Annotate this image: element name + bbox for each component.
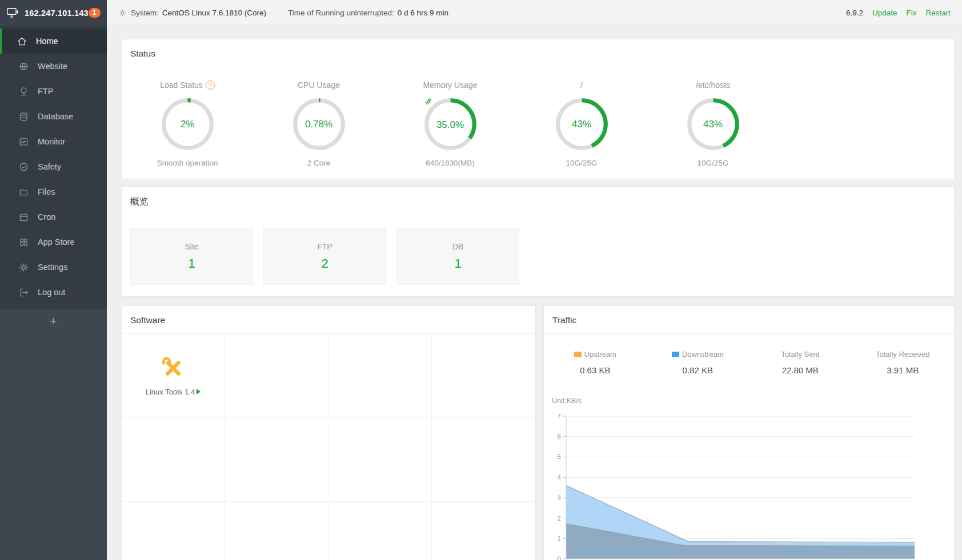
status-item-detail: 10G/25G xyxy=(516,159,647,167)
software-empty-cell xyxy=(328,334,432,418)
system-value: CentOS Linux 7.6.1810 (Core) xyxy=(162,9,266,17)
update-link[interactable]: Update xyxy=(872,9,897,17)
sidebar-item-safety[interactable]: Safety xyxy=(0,154,107,179)
chart-unit-label: Unit:KB/s xyxy=(552,397,947,405)
status-item-detail: 2 Core xyxy=(253,159,384,167)
running-play-icon xyxy=(197,389,201,394)
sidebar-item-label: FTP xyxy=(38,87,53,96)
status-item-label: CPU Usage xyxy=(298,80,340,90)
sidebar-item-home[interactable]: Home xyxy=(0,29,107,54)
sidebar-add-button[interactable]: + xyxy=(0,309,107,335)
database-icon xyxy=(18,111,29,122)
ftp-icon xyxy=(18,86,29,97)
traffic-stat-value: 3.91 MB xyxy=(852,365,955,375)
sidebar-menu: HomeWebsiteFTPDatabaseMonitorSafetyFiles… xyxy=(0,26,107,305)
traffic-stat-downstream[interactable]: Downstream0.82 KB xyxy=(647,350,749,375)
overview-box-label: FTP xyxy=(264,242,386,251)
sidebar-item-label: Settings xyxy=(38,263,67,272)
top-bar: System: CentOS Linux 7.6.1810 (Core) Tim… xyxy=(107,0,962,26)
overview-box-value: 1 xyxy=(131,256,252,271)
overview-panel: 概览 Site1FTP2DB1 xyxy=(121,187,955,297)
software-empty-cell xyxy=(432,502,535,560)
sidebar-item-appstore[interactable]: App Store xyxy=(0,229,107,255)
sidebar-item-label: Log out xyxy=(38,288,65,297)
shield-icon xyxy=(18,162,29,172)
fix-link[interactable]: Fix xyxy=(906,9,916,17)
overview-panel-title: 概览 xyxy=(122,187,954,215)
sidebar-item-label: Monitor xyxy=(38,137,65,146)
sidebar-item-files[interactable]: Files xyxy=(0,179,107,204)
status-body: Load Status?2%Smooth operationCPU Usage0… xyxy=(122,67,954,179)
software-app-name: Linux Tools 1.4 xyxy=(146,388,195,396)
sidebar-bottom-section: + xyxy=(0,309,107,560)
uptime-value: 0 d 6 hrs 9 min xyxy=(398,9,448,17)
sidebar-item-database[interactable]: Database xyxy=(0,104,107,129)
status-item-2: Memory Usage35.0%640/1830(MB) xyxy=(384,74,516,167)
overview-box-db[interactable]: DB1 xyxy=(396,228,519,285)
sidebar-item-label: App Store xyxy=(38,237,75,247)
svg-text:1: 1 xyxy=(558,535,561,542)
svg-text:6: 6 xyxy=(558,433,561,440)
traffic-stat-label: Totally Received xyxy=(876,350,930,358)
traffic-stats: Upstream0.63 KBDownstream0.82 KBTotally … xyxy=(544,334,954,375)
home-icon xyxy=(17,36,27,47)
traffic-stat-totally-sent: Totally Sent22.80 MB xyxy=(749,350,852,375)
software-empty-cell xyxy=(225,334,328,418)
software-empty-cell xyxy=(328,418,432,502)
status-item-0: Load Status?2%Smooth operation xyxy=(122,74,253,167)
gear-icon xyxy=(18,262,29,273)
status-donut: 0.78% xyxy=(292,97,346,151)
status-item-detail: 10G/25G xyxy=(647,159,779,167)
svg-text:3: 3 xyxy=(558,494,561,501)
overview-box-ftp[interactable]: FTP2 xyxy=(263,228,386,285)
sidebar-item-monitor[interactable]: Monitor xyxy=(0,129,107,154)
overview-box-value: 1 xyxy=(397,256,519,271)
message-count-badge[interactable]: 1 xyxy=(89,8,101,18)
software-grid: Linux Tools 1.4 xyxy=(122,334,535,560)
sidebar-item-cron[interactable]: Cron xyxy=(0,204,107,229)
overview-body: Site1FTP2DB1 xyxy=(122,215,954,296)
software-empty-cell xyxy=(122,502,225,560)
status-item-value: 43% xyxy=(572,119,591,130)
software-empty-cell xyxy=(225,502,328,560)
overview-box-label: Site xyxy=(131,242,252,251)
status-panel: Status Load Status?2%Smooth operationCPU… xyxy=(121,39,955,179)
status-item-4: /etc/hosts43%10G/25G xyxy=(647,74,779,167)
software-empty-cell xyxy=(432,334,535,418)
overview-box-label: DB xyxy=(397,242,519,251)
sidebar-header: 162.247.101.143 1 xyxy=(0,0,107,26)
status-item-label: Load Status xyxy=(160,80,203,90)
gear-icon xyxy=(118,9,127,17)
overview-box-site[interactable]: Site1 xyxy=(130,228,253,285)
status-panel-title: Status xyxy=(122,39,954,67)
sidebar-item-ftp[interactable]: FTP xyxy=(0,79,107,104)
svg-text:5: 5 xyxy=(558,453,561,460)
legend-swatch xyxy=(672,352,679,357)
sidebar-item-website[interactable]: Website xyxy=(0,54,107,79)
sidebar-item-settings[interactable]: Settings xyxy=(0,255,107,280)
linux-tools-icon xyxy=(161,356,186,381)
traffic-stat-label: Upstream xyxy=(584,350,616,358)
traffic-stat-upstream[interactable]: Upstream0.63 KB xyxy=(544,350,647,375)
status-item-label: /etc/hosts xyxy=(696,80,730,90)
software-app-cell[interactable]: Linux Tools 1.4 xyxy=(122,334,225,418)
sidebar-item-label: Home xyxy=(36,37,58,46)
grid-icon xyxy=(18,237,29,248)
status-item-label: / xyxy=(580,80,583,90)
help-icon[interactable]: ? xyxy=(206,80,215,90)
sidebar-item-label: Website xyxy=(38,62,67,71)
traffic-stat-value: 22.80 MB xyxy=(749,365,852,375)
status-item-detail: Smooth operation xyxy=(122,159,253,167)
status-donut: 2% xyxy=(161,97,215,151)
sidebar-item-logout[interactable]: Log out xyxy=(0,280,107,305)
status-item-value: 0.78% xyxy=(305,119,332,130)
traffic-stat-value: 0.82 KB xyxy=(647,365,749,375)
content-area: Status Load Status?2%Smooth operationCPU… xyxy=(107,26,962,560)
traffic-chart: Unit:KB/s 01234567 xyxy=(551,397,947,560)
restart-link[interactable]: Restart xyxy=(925,9,951,17)
status-donut: 43% xyxy=(686,97,740,151)
website-icon xyxy=(18,61,29,72)
status-item-value: 35.0% xyxy=(436,119,464,131)
logout-icon xyxy=(18,287,29,298)
sidebar: 162.247.101.143 1 HomeWebsiteFTPDatabase… xyxy=(0,0,107,560)
